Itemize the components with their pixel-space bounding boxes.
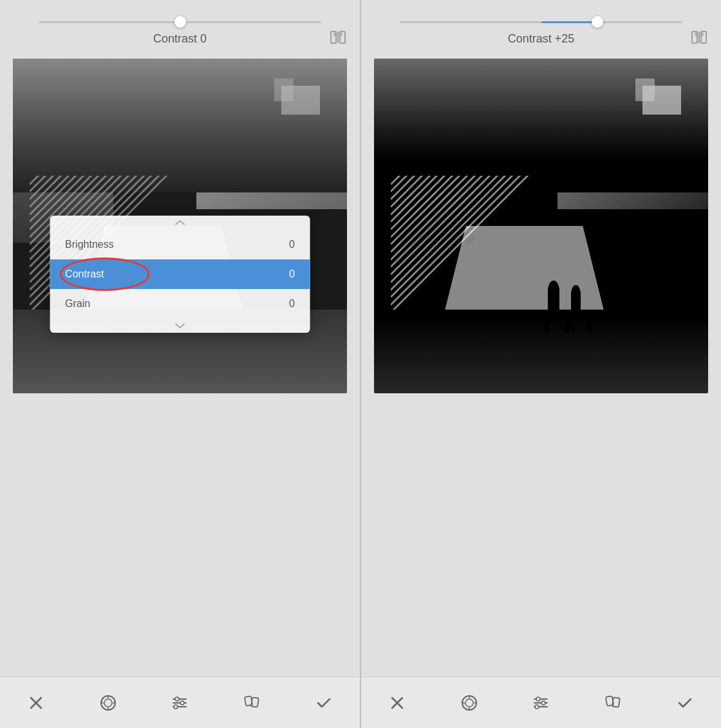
- grain-label: Grain: [65, 298, 90, 310]
- dropdown-arrow-up[interactable]: [50, 216, 310, 230]
- brightness-label: Brightness: [65, 239, 114, 250]
- contrast-label: Contrast: [65, 268, 104, 280]
- right-filter-icon[interactable]: [455, 689, 483, 717]
- left-filter-icon[interactable]: [94, 689, 122, 717]
- right-photo: [374, 59, 708, 393]
- svg-point-33: [465, 699, 473, 707]
- grain-value: 0: [289, 298, 295, 310]
- left-cancel-button[interactable]: [22, 689, 50, 717]
- right-image-container: [374, 59, 708, 393]
- left-image-container: Brightness 0 Contrast 0 Grain 0: [13, 59, 347, 393]
- svg-rect-45: [612, 697, 620, 707]
- left-slider-track[interactable]: [39, 21, 321, 23]
- right-toolbar: [361, 677, 721, 728]
- left-style-icon[interactable]: [238, 689, 266, 717]
- dropdown-item-brightness[interactable]: Brightness 0: [50, 230, 310, 259]
- left-panel-title: Contrast 0: [153, 32, 207, 46]
- right-adjust-icon[interactable]: [527, 689, 555, 717]
- adjustment-dropdown[interactable]: Brightness 0 Contrast 0 Grain 0: [50, 216, 310, 333]
- left-confirm-button[interactable]: [310, 689, 338, 717]
- left-panel: Contrast 0: [0, 0, 360, 728]
- svg-point-18: [175, 697, 179, 701]
- svg-point-19: [180, 701, 184, 705]
- svg-point-41: [536, 697, 540, 701]
- right-panel-header: Contrast +25: [361, 26, 721, 52]
- contrast-value: 0: [289, 268, 295, 280]
- dropdown-arrow-down[interactable]: [50, 319, 310, 333]
- right-bw-photo: [374, 59, 708, 393]
- left-compare-icon[interactable]: [329, 28, 347, 50]
- right-slider-container[interactable]: [361, 6, 721, 26]
- left-adjust-icon[interactable]: [165, 689, 194, 717]
- dropdown-item-grain[interactable]: Grain 0: [50, 289, 310, 319]
- right-slider-fill: [541, 21, 598, 23]
- left-panel-header: Contrast 0: [0, 26, 360, 52]
- dropdown-item-contrast[interactable]: Contrast 0: [50, 259, 310, 289]
- right-panel: Contrast +25: [361, 0, 721, 728]
- left-photo: Brightness 0 Contrast 0 Grain 0: [13, 59, 347, 393]
- right-style-icon[interactable]: [599, 689, 627, 717]
- svg-rect-22: [251, 697, 259, 707]
- right-panel-title: Contrast +25: [508, 32, 575, 46]
- svg-point-10: [104, 699, 112, 707]
- right-confirm-button[interactable]: [671, 689, 699, 717]
- left-slider-container[interactable]: [0, 6, 360, 26]
- right-cancel-button[interactable]: [383, 689, 411, 717]
- right-slider-track[interactable]: [400, 21, 682, 23]
- right-compare-icon[interactable]: [690, 28, 708, 50]
- brightness-value: 0: [289, 239, 295, 250]
- svg-point-20: [174, 705, 178, 709]
- left-toolbar: [0, 677, 360, 728]
- svg-point-43: [535, 705, 539, 709]
- svg-point-42: [541, 701, 545, 705]
